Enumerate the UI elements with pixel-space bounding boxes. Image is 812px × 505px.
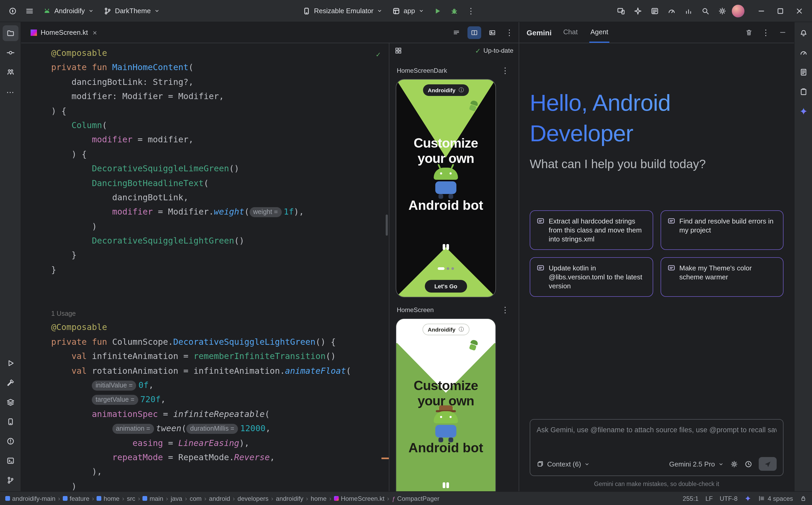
hide-panel-icon[interactable] bbox=[779, 28, 787, 36]
breadcrumb-item[interactable]: java bbox=[171, 495, 182, 502]
breadcrumb-item[interactable]: src bbox=[127, 495, 135, 502]
gemini-suggestion-card[interactable]: Make my Theme's color scheme warmer bbox=[660, 257, 784, 297]
main-menu-button[interactable] bbox=[22, 3, 37, 18]
device-manager-tool-icon[interactable] bbox=[2, 414, 18, 430]
breadcrumb-item[interactable]: developers bbox=[237, 495, 268, 502]
tab-chat[interactable]: Chat bbox=[562, 22, 579, 43]
code-line: } bbox=[51, 263, 389, 277]
history-icon[interactable] bbox=[744, 460, 752, 468]
breadcrumb-item[interactable]: main bbox=[143, 495, 163, 502]
profiler-tool-icon[interactable] bbox=[795, 45, 811, 61]
tab-options-icon[interactable]: ⋮ bbox=[503, 28, 515, 37]
structure-tool-icon[interactable] bbox=[2, 64, 18, 80]
design-view-button[interactable] bbox=[485, 26, 499, 39]
device-icon bbox=[302, 7, 311, 15]
commit-tool-icon[interactable] bbox=[2, 45, 18, 61]
vcs-branch-selector[interactable]: DarkTheme bbox=[100, 4, 163, 18]
run-configuration-selector[interactable]: app bbox=[388, 4, 428, 18]
build-tool-icon[interactable] bbox=[2, 375, 18, 391]
breadcrumb-separator: › bbox=[386, 495, 390, 502]
gemini-suggestion-card[interactable]: Find and resolve build errors in my proj… bbox=[660, 210, 784, 250]
file-encoding[interactable]: UTF-8 bbox=[720, 495, 737, 502]
window-close-button[interactable] bbox=[792, 3, 807, 18]
breadcrumb-item[interactable]: feature bbox=[63, 495, 90, 502]
code-line: dancingBotLink, bbox=[51, 190, 389, 205]
tab-close-icon[interactable]: × bbox=[92, 28, 98, 37]
cursor-position[interactable]: 255:1 bbox=[683, 495, 699, 502]
search-everywhere-icon[interactable] bbox=[698, 3, 713, 18]
user-avatar[interactable] bbox=[732, 4, 744, 17]
send-button[interactable] bbox=[759, 457, 777, 471]
device-explorer-tool-icon[interactable] bbox=[795, 84, 811, 100]
code-view-button[interactable] bbox=[450, 26, 463, 39]
delete-conversation-icon[interactable] bbox=[745, 28, 753, 36]
breadcrumb-item[interactable]: com bbox=[190, 495, 202, 502]
breadcrumb-item[interactable]: android bbox=[209, 495, 230, 502]
gemini-prompt-input[interactable]: Ask Gemini, use @filename to attach sour… bbox=[530, 419, 784, 476]
ask-gemini-icon[interactable] bbox=[630, 3, 645, 18]
readonly-lock-icon[interactable] bbox=[800, 495, 807, 502]
tab-agent[interactable]: Agent bbox=[589, 22, 609, 43]
run-tool-icon[interactable] bbox=[2, 355, 18, 371]
breadcrumb-item[interactable]: home bbox=[97, 495, 119, 502]
code-editor[interactable]: @Composableprivate fun MainHomeContent( … bbox=[21, 43, 389, 491]
inspections-ok-icon[interactable]: ✓ bbox=[376, 47, 380, 62]
warning-stripe-mark[interactable] bbox=[381, 458, 389, 459]
chevron-down-icon bbox=[377, 8, 382, 14]
preview-phone-dark[interactable]: Androidifyⓘ Customize your own Android b… bbox=[396, 79, 496, 297]
project-selector[interactable]: Androidify bbox=[39, 4, 98, 18]
code-line: private fun ColumnScope.DecorativeSquigg… bbox=[51, 335, 389, 349]
resource-manager-tool-icon[interactable] bbox=[795, 64, 811, 80]
app-insights-icon[interactable] bbox=[681, 3, 696, 18]
run-button[interactable] bbox=[430, 3, 445, 18]
debug-button[interactable] bbox=[447, 3, 461, 18]
code-line: DecorativeSquiggleLimeGreen() bbox=[51, 161, 389, 176]
panel-options-icon[interactable]: ⋮ bbox=[760, 28, 772, 37]
code-line: val infiniteAnimation = rememberInfinite… bbox=[51, 349, 389, 363]
window-maximize-button[interactable] bbox=[773, 3, 788, 18]
suggestion-text: Extract all hardcoded strings from this … bbox=[549, 217, 646, 243]
gemini-input-placeholder: Ask Gemini, use @filename to attach sour… bbox=[537, 426, 777, 434]
split-view-button[interactable] bbox=[467, 26, 481, 39]
model-selector[interactable]: Gemini 2.5 Pro bbox=[669, 460, 724, 468]
indent-setting[interactable]: 4 spaces bbox=[758, 495, 793, 502]
settings-gear-icon[interactable] bbox=[715, 3, 730, 18]
tab-label: HomeScreen.kt bbox=[41, 28, 88, 36]
lets-go-button[interactable]: Let's Go bbox=[425, 280, 467, 293]
terminal-tool-icon[interactable] bbox=[2, 453, 18, 469]
preview-options-icon[interactable]: ⋮ bbox=[499, 66, 511, 75]
breadcrumb-item[interactable]: androidify bbox=[276, 495, 304, 502]
version-control-tool-icon[interactable] bbox=[2, 472, 18, 488]
breadcrumb-item[interactable]: CompactPager bbox=[392, 495, 439, 502]
tab-homescreen-kt[interactable]: HomeScreen.kt × bbox=[24, 22, 105, 43]
preview-gallery-icon[interactable] bbox=[395, 47, 402, 54]
code-line: ) { bbox=[51, 147, 389, 161]
line-separator[interactable]: LF bbox=[705, 495, 713, 502]
problems-tool-icon[interactable] bbox=[2, 433, 18, 449]
context-selector[interactable]: Context (6) bbox=[537, 460, 590, 468]
breadcrumb-item[interactable]: home bbox=[311, 495, 327, 502]
gemini-suggestion-card[interactable]: Update kotlin in @libs.version.toml to t… bbox=[530, 257, 653, 297]
breadcrumb-item[interactable]: HomeScreen.kt bbox=[334, 495, 384, 502]
gemini-suggestion-card[interactable]: Extract all hardcoded strings from this … bbox=[530, 210, 653, 250]
profiler-icon[interactable] bbox=[664, 3, 679, 18]
gemini-status-icon[interactable] bbox=[744, 495, 751, 502]
breadcrumb-item[interactable]: androidify-main bbox=[5, 495, 55, 502]
notifications-bell-icon[interactable] bbox=[795, 25, 811, 41]
gemini-tool-icon[interactable] bbox=[795, 103, 811, 119]
logcat-icon[interactable] bbox=[648, 3, 662, 18]
gemini-settings-icon[interactable] bbox=[730, 460, 738, 468]
project-tool-icon[interactable] bbox=[2, 25, 18, 41]
module-icon bbox=[143, 496, 147, 501]
editor-scrollbar[interactable] bbox=[386, 214, 388, 235]
preview-phone-light[interactable]: Androidifyⓘ Customize your own Android b… bbox=[396, 318, 496, 491]
running-devices-icon[interactable] bbox=[614, 3, 628, 18]
window-minimize-button[interactable] bbox=[754, 3, 769, 18]
code-line: ) bbox=[51, 479, 389, 491]
chevron-down-icon bbox=[154, 8, 159, 14]
build-variants-tool-icon[interactable] bbox=[2, 394, 18, 410]
device-selector[interactable]: Resizable Emulator bbox=[299, 4, 386, 18]
more-tools-icon[interactable]: ⋯ bbox=[2, 84, 18, 100]
more-actions-button[interactable]: ⋮ bbox=[464, 3, 478, 18]
preview-options-icon[interactable]: ⋮ bbox=[499, 306, 511, 314]
